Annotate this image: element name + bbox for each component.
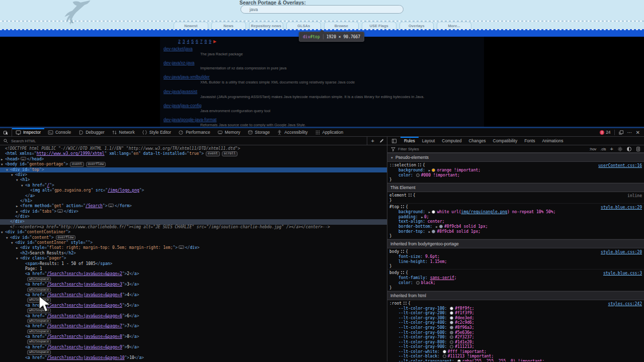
rule-selector[interactable]: :root: [389, 301, 401, 306]
markup-line[interactable]: <a href="/Search?search=java&use=&page=5…: [0, 303, 387, 308]
expand-arrow-icon[interactable]: ▼: [16, 177, 18, 183]
eyedropper-icon[interactable]: [378, 138, 384, 144]
selector-highlighter-icon[interactable]: [400, 205, 404, 208]
rules-section-header[interactable]: ▼Pseudo-elements: [387, 153, 644, 162]
markup-line[interactable]: </div>: [0, 214, 387, 219]
devtools-tab-accessibility[interactable]: Accessibility: [273, 128, 311, 136]
markup-line[interactable]: whitespace: [0, 277, 387, 282]
sidebar-tab-layout[interactable]: Layout: [419, 137, 439, 145]
css-declaration[interactable]: border-bottom: ▶#8f9cb4 solid 1px;: [389, 224, 644, 229]
css-declaration[interactable]: font-family: sans-serif;: [389, 276, 644, 281]
node-badge[interactable]: event: [70, 162, 84, 167]
color-swatch[interactable]: [450, 331, 453, 334]
css-declaration[interactable]: --lt-color-gray-700: #2f3237;: [389, 335, 644, 340]
css-declaration[interactable]: --lt-color-gray-200: #f1f3f9;: [389, 311, 644, 316]
pager-link-5[interactable]: 5: [191, 39, 194, 44]
markup-line[interactable]: ▼<div id="content">overflow: [0, 235, 387, 240]
markup-line[interactable]: <a href="/Search?search=java&use=&page=1…: [0, 355, 387, 360]
css-declaration[interactable]: --lt-color-gray-900: #111213;: [389, 344, 644, 349]
node-badge[interactable]: whitespace: [27, 350, 51, 355]
devtools-tab-storage[interactable]: Storage: [244, 128, 274, 136]
devtools-tab-debugger[interactable]: Debugger: [74, 128, 108, 136]
node-badge[interactable]: overflow: [86, 162, 106, 167]
node-badge[interactable]: scroll: [222, 151, 237, 156]
markup-line[interactable]: whitespace: [0, 288, 387, 293]
nav-button-glsas[interactable]: GLSAs: [286, 22, 321, 29]
rule-selector[interactable]: #top: [389, 205, 399, 209]
pager-next-icon[interactable]: ▶: [213, 39, 216, 44]
nav-button-use-flags[interactable]: USE Flags: [362, 22, 396, 29]
devtools-tab-inspector[interactable]: Inspector: [12, 128, 44, 136]
css-declaration[interactable]: color: black;: [389, 281, 644, 286]
markup-line[interactable]: <a href="/Search?search=java&use=&page=2…: [0, 272, 387, 277]
css-declaration[interactable]: color: #000 !important;: [389, 173, 644, 178]
stylesheet-link[interactable]: userContent.css:16: [598, 163, 642, 168]
color-swatch[interactable]: [450, 307, 453, 310]
sidebar-tab-fonts[interactable]: Fonts: [521, 137, 538, 145]
selector-highlighter-icon[interactable]: [400, 249, 404, 253]
markup-line[interactable]: ▼<div id="contentInner" style="">: [0, 240, 387, 245]
css-declaration[interactable]: --lt-color-gray-300: #dee3ed;: [389, 316, 644, 321]
markup-line[interactable]: </h1>: [0, 199, 387, 204]
stylesheet-link[interactable]: styles.css:242: [608, 302, 642, 307]
markup-line[interactable]: <a href="/Search?search=java&use=&page=7…: [0, 324, 387, 329]
pager-link-6[interactable]: 6: [196, 39, 198, 44]
css-declaration[interactable]: --lt-color-gray-100: #f8f9fc;: [389, 306, 644, 311]
devtools-tab-application[interactable]: Application: [311, 128, 347, 136]
markup-line[interactable]: ▶<div id="tabs">…</div>: [0, 209, 387, 214]
color-swatch[interactable]: [432, 230, 435, 233]
markup-line[interactable]: <a href="/Search?search=java&use=&page=3…: [0, 282, 387, 287]
css-declaration[interactable]: --lt-color-white: #fff !important;: [389, 349, 644, 354]
sidebar-tab-computed[interactable]: Computed: [438, 137, 465, 145]
package-link[interactable]: dev-java/xz-java: [164, 60, 194, 65]
expand-arrow-icon[interactable]: ▼: [6, 235, 8, 240]
computed-expander-icon[interactable]: ▶: [436, 224, 438, 229]
css-declaration[interactable]: font-size: 9.6pt;: [389, 254, 644, 259]
dark-scheme-icon[interactable]: [627, 147, 631, 151]
expand-arrow-icon[interactable]: ▼: [1, 162, 3, 167]
markup-line[interactable]: <img alt="gpo.zugaina.org" src="/img/log…: [0, 188, 387, 193]
devtools-tab-style-editor[interactable]: Style Editor: [138, 128, 175, 136]
color-swatch[interactable]: [450, 311, 453, 315]
devtools-tab-performance[interactable]: Performance: [175, 128, 214, 136]
pseudo-class-button[interactable]: :hov: [589, 147, 596, 151]
markup-line[interactable]: Page: 1: [0, 266, 387, 272]
color-swatch[interactable]: [439, 225, 443, 228]
node-badge[interactable]: whitespace: [27, 319, 51, 324]
markup-line[interactable]: </div>: [0, 219, 387, 224]
nav-button-repository-news[interactable]: Repository news: [249, 22, 284, 29]
color-swatch[interactable]: [443, 350, 446, 353]
pager-link-4[interactable]: 4: [187, 39, 189, 44]
selector-highlighter-icon[interactable]: [400, 270, 404, 274]
stylesheet-link[interactable]: style.blue.css:3: [603, 271, 642, 276]
nav-button-overlays[interactable]: Overlays: [399, 22, 434, 29]
markup-line[interactable]: ▼<div>: [0, 172, 387, 177]
css-declaration[interactable]: background: ▶orange !important;: [389, 168, 644, 173]
markup-line[interactable]: ▶<head>…</head>: [0, 157, 387, 162]
markup-line[interactable]: <a href="/Search?search=java&use=&page=4…: [0, 293, 387, 298]
light-scheme-icon[interactable]: [617, 146, 623, 152]
expand-arrow-icon[interactable]: ▶: [16, 204, 18, 209]
devtools-tab-memory[interactable]: Memory: [214, 128, 244, 136]
color-swatch[interactable]: [432, 210, 435, 214]
css-declaration[interactable]: --lt-color-gray-500: #8f96a3;: [389, 325, 644, 330]
node-badge[interactable]: whitespace: [27, 288, 51, 293]
color-swatch[interactable]: [450, 326, 453, 329]
color-swatch[interactable]: [450, 335, 453, 339]
meatball-menu-icon[interactable]: ⋯: [627, 130, 632, 135]
computed-expander-icon[interactable]: ▶: [429, 229, 431, 234]
node-badge[interactable]: whitespace: [27, 329, 51, 334]
print-simulation-icon[interactable]: [635, 146, 641, 152]
html-tree[interactable]: <!DOCTYPE html PUBLIC "-//W3C//DTD XHTML…: [0, 145, 387, 361]
collapsed-children-icon[interactable]: …: [21, 157, 26, 160]
markup-line[interactable]: whitespace: [0, 350, 387, 355]
collapsed-children-icon[interactable]: …: [108, 204, 114, 207]
css-declaration[interactable]: line-height: 1.15em;: [389, 259, 644, 264]
stylesheet-link[interactable]: style.blue.css:29: [601, 205, 642, 210]
pager-link-2[interactable]: 2: [178, 39, 181, 44]
markup-line[interactable]: ▼<div class="pager">: [0, 256, 387, 261]
collapsed-children-icon[interactable]: …: [179, 245, 184, 249]
markup-line[interactable]: <a href="/Search?search=java&use=&page=9…: [0, 345, 387, 350]
selector-highlighter-icon[interactable]: [403, 301, 407, 305]
markup-line[interactable]: ▶<div style="float: right; margin-top: 0…: [0, 245, 387, 250]
